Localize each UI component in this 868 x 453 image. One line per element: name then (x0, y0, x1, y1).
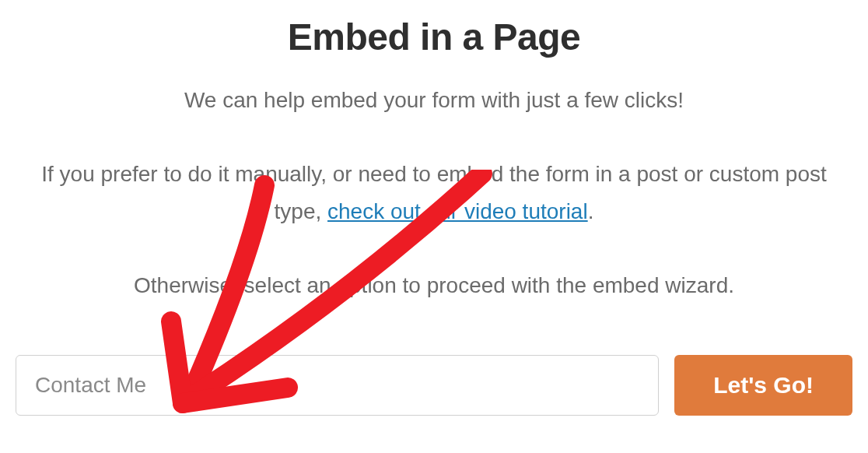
manual-text-suffix: . (588, 199, 594, 223)
dialog-title: Embed in a Page (16, 16, 852, 58)
embed-form-row: Let's Go! (16, 355, 852, 416)
wizard-prompt-text: Otherwise, select an option to proceed w… (16, 267, 852, 304)
dialog-description: We can help embed your form with just a … (16, 82, 852, 304)
intro-text: We can help embed your form with just a … (16, 82, 852, 119)
lets-go-button[interactable]: Let's Go! (674, 355, 852, 416)
embed-dialog: Embed in a Page We can help embed your f… (16, 16, 852, 416)
video-tutorial-link[interactable]: check out our video tutorial (327, 199, 588, 223)
page-name-input[interactable] (16, 355, 659, 416)
